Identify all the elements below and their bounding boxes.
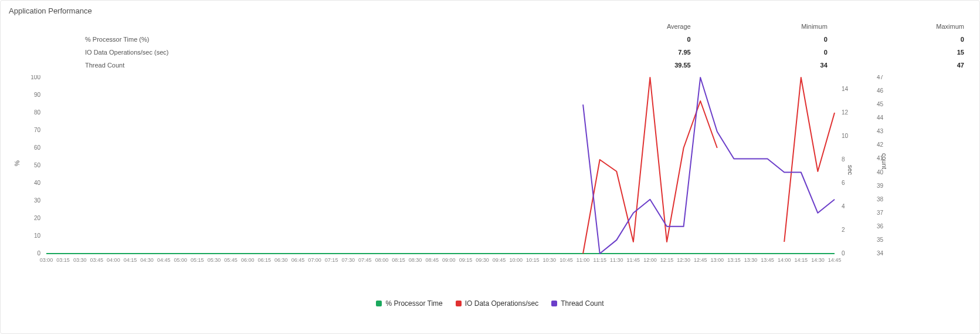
svg-text:47: 47 [877,75,884,80]
svg-text:11:00: 11:00 [577,257,590,263]
legend: % Processor Time IO Data Operations/sec … [9,299,971,308]
svg-text:13:30: 13:30 [744,257,758,263]
svg-text:80: 80 [34,109,41,116]
svg-text:44: 44 [877,114,884,121]
svg-text:03:00: 03:00 [40,257,53,263]
svg-text:40: 40 [877,169,884,176]
svg-text:12:45: 12:45 [694,257,707,263]
svg-text:13:45: 13:45 [761,257,774,263]
svg-text:12: 12 [842,109,849,116]
svg-text:14:00: 14:00 [778,257,791,263]
col-minimum: Minimum [698,20,835,33]
svg-text:100: 100 [30,75,40,80]
svg-text:12:15: 12:15 [660,257,674,263]
y-right1-axis-title: sec [847,165,854,175]
svg-text:10:15: 10:15 [526,257,540,263]
svg-text:09:30: 09:30 [476,257,489,263]
stats-name: IO Data Operations/sec (sec) [9,46,561,59]
svg-text:14:45: 14:45 [828,257,842,263]
legend-item-io[interactable]: IO Data Operations/sec [456,299,538,308]
svg-text:08:45: 08:45 [425,257,439,263]
svg-text:03:15: 03:15 [56,257,70,263]
chart: % sec count 0102030405060708090100024681… [9,75,971,286]
legend-label-proc: % Processor Time [385,299,442,308]
svg-text:13:00: 13:00 [711,257,724,263]
svg-text:36: 36 [877,223,884,230]
legend-swatch-thread [551,301,557,306]
svg-text:6: 6 [842,180,845,186]
svg-text:04:30: 04:30 [140,257,154,263]
y-right2-axis-title: count [881,153,888,169]
svg-text:43: 43 [877,128,884,134]
svg-text:04:15: 04:15 [124,257,137,263]
svg-text:60: 60 [34,144,41,151]
svg-text:09:15: 09:15 [459,257,473,263]
col-maximum: Maximum [835,20,971,33]
panel-title: Application Performance [9,6,971,20]
stats-table: Average Minimum Maximum % Processor Time… [9,20,971,72]
svg-text:08:00: 08:00 [375,257,389,263]
svg-text:06:15: 06:15 [257,257,271,263]
svg-text:38: 38 [877,196,884,203]
stats-header-row: Average Minimum Maximum [9,20,971,33]
svg-text:07:30: 07:30 [341,257,355,263]
svg-text:0: 0 [842,250,845,257]
app-performance-panel: Application Performance Average Minimum … [0,0,980,334]
stats-row-io: IO Data Operations/sec (sec) 7.95 0 15 [9,46,971,59]
svg-text:06:45: 06:45 [291,257,305,263]
svg-text:11:45: 11:45 [627,257,640,263]
legend-item-proc[interactable]: % Processor Time [376,299,442,308]
legend-item-thread[interactable]: Thread Count [551,299,603,308]
svg-text:90: 90 [34,92,41,98]
svg-text:10: 10 [842,133,849,139]
svg-text:04:45: 04:45 [157,257,171,263]
svg-text:34: 34 [877,250,884,257]
legend-swatch-io [456,301,462,306]
chart-svg: 0102030405060708090100024681012143435363… [9,75,971,275]
svg-text:4: 4 [842,203,845,210]
svg-text:08:15: 08:15 [392,257,405,263]
svg-text:35: 35 [877,237,884,243]
svg-text:05:45: 05:45 [224,257,238,263]
svg-text:08:30: 08:30 [409,257,422,263]
svg-text:45: 45 [877,101,884,107]
svg-text:06:30: 06:30 [274,257,288,263]
svg-text:10:45: 10:45 [559,257,573,263]
svg-text:2: 2 [842,227,845,233]
svg-text:10: 10 [34,232,41,239]
svg-text:11:15: 11:15 [593,257,606,263]
stats-row-proc: % Processor Time (%) 0 0 0 [9,33,971,46]
svg-text:14: 14 [842,86,849,92]
stats-row-thread: Thread Count 39.55 34 47 [9,59,971,72]
svg-text:03:30: 03:30 [73,257,87,263]
svg-text:50: 50 [34,162,41,168]
svg-text:8: 8 [842,156,845,163]
svg-text:04:00: 04:00 [107,257,120,263]
svg-text:14:15: 14:15 [795,257,808,263]
svg-text:13:15: 13:15 [727,257,741,263]
svg-text:05:15: 05:15 [191,257,204,263]
svg-text:42: 42 [877,141,884,148]
svg-text:07:00: 07:00 [308,257,321,263]
svg-text:20: 20 [34,215,41,221]
svg-text:09:00: 09:00 [442,257,456,263]
svg-text:39: 39 [877,183,884,189]
svg-text:30: 30 [34,197,41,204]
svg-text:10:30: 10:30 [543,257,557,263]
stats-name: Thread Count [9,59,561,72]
y-left-axis-title: % [13,160,21,166]
legend-label-io: IO Data Operations/sec [465,299,538,308]
svg-text:06:00: 06:00 [241,257,255,263]
svg-text:09:45: 09:45 [493,257,506,263]
svg-text:10:00: 10:00 [509,257,523,263]
legend-swatch-proc [376,301,382,306]
svg-text:0: 0 [37,250,40,257]
svg-text:05:30: 05:30 [208,257,221,263]
legend-label-thread: Thread Count [561,299,603,308]
stats-name: % Processor Time (%) [9,33,561,46]
svg-text:46: 46 [877,87,884,94]
svg-text:12:00: 12:00 [643,257,657,263]
svg-text:37: 37 [877,210,884,216]
svg-text:70: 70 [34,127,41,133]
svg-text:14:30: 14:30 [811,257,825,263]
